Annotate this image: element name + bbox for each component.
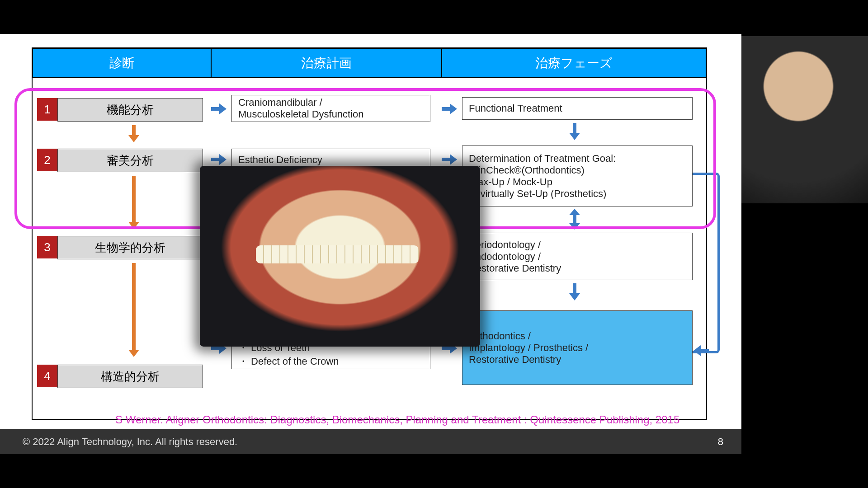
letterbox-bottom — [0, 454, 868, 488]
plan2-text: Esthetic Deficiency — [238, 154, 322, 166]
plan4-l3: ・ Defect of the Crown — [238, 355, 339, 368]
arrow-right-icon — [211, 103, 226, 116]
column-header-diagnosis: 診断 — [33, 48, 211, 78]
arrow-right-icon — [442, 153, 457, 167]
phase2-l3: Wax-Up / Mock-Up — [469, 176, 552, 188]
row-number-3: 3 — [37, 236, 57, 258]
phase-box-1: Functional Treatment — [462, 97, 693, 120]
copyright-text: © 2022 Align Technology, Inc. All rights… — [23, 436, 237, 448]
arrow-left-icon — [693, 344, 709, 358]
arrow-down-icon — [568, 283, 582, 301]
phase2-l1: Determination of Treatment Goal: — [469, 153, 616, 164]
row-number-2: 2 — [37, 149, 57, 171]
phase-box-4: Orthodontics / Implantology / Prosthetic… — [462, 310, 693, 385]
column-header-phase: 治療フェーズ — [442, 48, 706, 78]
phase2-l2: ClinCheck®(Orthodontics) — [469, 164, 585, 176]
arrow-down-icon: .arrow-d[style*="height:210px"]::before{… — [127, 263, 141, 358]
plan-box-1: Craniomandibular / Musculoskeletal Dysfu… — [231, 95, 430, 122]
arrow-right-icon — [442, 103, 457, 116]
plan1-line2: Musculoskeletal Dysfunction — [238, 108, 364, 120]
dental-prosthetic-image — [200, 166, 480, 347]
row-number-4: 4 — [37, 365, 57, 387]
arrow-down-icon — [568, 123, 582, 141]
row-label-esthetic-analysis: 審美分析 — [57, 149, 203, 172]
arrow-updown-icon — [568, 209, 582, 230]
phase2-l4: or virtually Set-Up (Prosthetics) — [469, 188, 606, 200]
copyright-bar: © 2022 Align Technology, Inc. All rights… — [0, 429, 741, 454]
column-header-plan: 治療計画 — [211, 48, 442, 78]
flow-chart: 診断 治療計画 治療フェーズ 1 機能分析 Craniomandibular /… — [32, 47, 707, 420]
letterbox-top — [0, 0, 868, 34]
row-number-1: 1 — [37, 98, 57, 121]
row-label-structural-analysis: 構造的分析 — [57, 365, 203, 388]
arrow-down-icon — [127, 125, 141, 143]
row-label-functional-analysis: 機能分析 — [57, 98, 203, 122]
row-label-biological-analysis: 生物学的分析 — [57, 236, 203, 259]
slide-content: 診断 治療計画 治療フェーズ 1 機能分析 Craniomandibular /… — [0, 34, 741, 454]
phase4-l2: Implantology / Prosthetics / — [469, 342, 588, 354]
phase3-l3: Restorative Dentistry — [469, 263, 561, 274]
page-number: 8 — [718, 436, 723, 448]
presenter-webcam — [741, 36, 868, 203]
feedback-loop-line — [693, 173, 720, 353]
phase1-text: Functional Treatment — [469, 103, 562, 114]
citation-text: S Werner. Aligner Orthodontics: Diagnost… — [115, 413, 679, 426]
phase4-l3: Restorative Dentistry — [469, 354, 561, 366]
phase-box-3: Periodontology / Endodontology / Restora… — [462, 233, 693, 280]
arrow-right-icon — [211, 153, 226, 167]
phase-box-2: Determination of Treatment Goal: ClinChe… — [462, 145, 693, 206]
presenter-image — [741, 36, 868, 203]
plan1-line1: Craniomandibular / — [238, 97, 322, 108]
arrow-down-icon: .arrow-d[style*="height:120px"]::before{… — [127, 176, 141, 230]
